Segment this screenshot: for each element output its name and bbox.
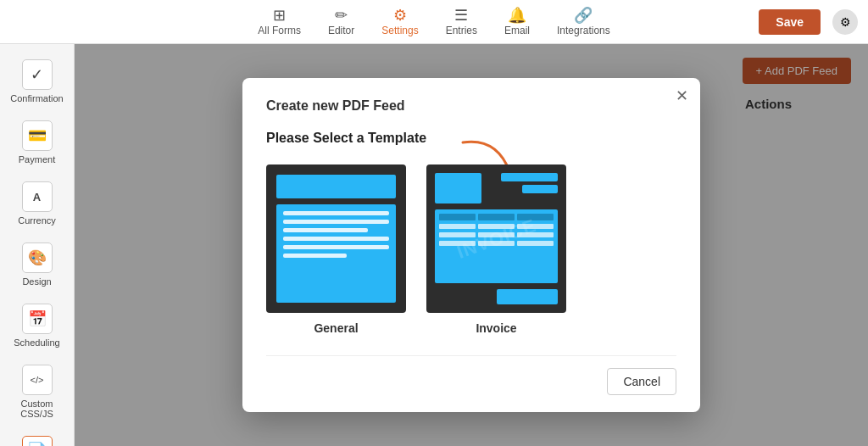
gen-body	[276, 204, 396, 303]
inv-th	[439, 214, 476, 220]
nav-item-integrations[interactable]: 🔗 Integrations	[557, 8, 610, 36]
top-nav: ⊞ All Forms ✏ Editor ⚙ Settings ☰ Entrie…	[0, 0, 868, 44]
gen-line	[283, 220, 389, 224]
sidebar-item-confirmation[interactable]: ✓ Confirmation	[5, 53, 70, 110]
nav-label-integrations: Integrations	[557, 25, 610, 36]
modal-close-button[interactable]: ✕	[676, 88, 688, 103]
settings-icon: ⚙	[393, 8, 407, 23]
sidebar-label-scheduling: Scheduling	[14, 337, 59, 348]
email-icon: 🔔	[508, 8, 526, 23]
nav-label-entries: Entries	[446, 25, 477, 36]
gen-line	[283, 245, 389, 249]
sidebar-item-scheduling[interactable]: 📅 Scheduling	[5, 297, 70, 354]
sidebar-label-currency: Currency	[18, 215, 56, 226]
inv-table-row	[439, 224, 554, 229]
nav-label-all-forms: All Forms	[258, 25, 301, 36]
save-button[interactable]: Save	[759, 9, 821, 35]
custom-css-icon: </>	[22, 365, 53, 395]
inv-td	[439, 232, 476, 237]
inv-table-header	[439, 214, 554, 220]
content-area: + Add PDF Feed Actions ✕ Create new PDF …	[75, 44, 868, 446]
template-preview-general	[266, 164, 406, 313]
inv-td	[517, 224, 554, 229]
inv-table	[435, 209, 558, 283]
inv-td	[517, 232, 554, 237]
sidebar-label-confirmation: Confirmation	[10, 93, 63, 103]
all-forms-icon: ⊞	[273, 8, 286, 23]
nav-items: ⊞ All Forms ✏ Editor ⚙ Settings ☰ Entrie…	[258, 8, 609, 36]
inv-top	[435, 173, 558, 203]
sidebar-label-custom-css: Custom CSS/JS	[10, 399, 64, 419]
pdf-feeds-icon: 📄	[22, 436, 53, 446]
inv-th	[478, 214, 515, 220]
modal-footer: Cancel	[266, 355, 676, 395]
sidebar-item-pdf-feeds[interactable]: 📄 Pdf Feeds	[5, 429, 70, 446]
inv-table-row	[439, 241, 554, 246]
inv-line	[522, 185, 558, 193]
sidebar-label-design: Design	[22, 276, 51, 287]
modal-title: Create new PDF Feed	[266, 98, 676, 114]
inv-td	[478, 224, 515, 229]
nav-item-settings[interactable]: ⚙ Settings	[381, 8, 418, 36]
inv-logo-block	[435, 173, 481, 203]
nav-label-editor: Editor	[328, 25, 354, 36]
design-icon: 🎨	[22, 243, 53, 273]
sidebar-item-currency[interactable]: A Currency	[5, 175, 70, 232]
nav-label-settings: Settings	[381, 25, 418, 36]
gen-line	[283, 237, 389, 241]
nav-options-button[interactable]: ⚙	[832, 9, 858, 35]
template-label-invoice: Invoice	[476, 321, 516, 335]
inv-td	[478, 241, 515, 246]
sidebar-item-payment[interactable]: 💳 Payment	[5, 114, 70, 171]
inv-top-right	[487, 173, 558, 203]
inv-footer	[435, 289, 558, 304]
main-area: ✓ Confirmation 💳 Payment A Currency 🎨 De…	[0, 44, 868, 446]
sidebar: ✓ Confirmation 💳 Payment A Currency 🎨 De…	[0, 44, 75, 446]
sidebar-item-design[interactable]: 🎨 Design	[5, 236, 70, 293]
sidebar-item-custom-css[interactable]: </> Custom CSS/JS	[5, 358, 70, 426]
gen-line	[283, 228, 368, 232]
nav-item-email[interactable]: 🔔 Email	[504, 8, 530, 36]
nav-item-entries[interactable]: ☰ Entries	[446, 8, 477, 36]
entries-icon: ☰	[454, 8, 468, 23]
inv-table-row	[439, 232, 554, 237]
template-card-general[interactable]: General	[266, 164, 406, 335]
nav-item-editor[interactable]: ✏ Editor	[328, 8, 354, 36]
inv-line	[501, 173, 558, 181]
currency-icon: A	[22, 181, 53, 212]
inv-td	[478, 232, 515, 237]
payment-icon: 💳	[22, 120, 53, 151]
template-card-invoice[interactable]: INVOICE Invoice	[426, 164, 566, 335]
inv-td	[439, 241, 476, 246]
template-label-general: General	[314, 321, 358, 335]
scheduling-icon: 📅	[22, 304, 53, 334]
editor-icon: ✏	[335, 8, 348, 23]
inv-td	[517, 241, 554, 246]
gen-header	[276, 175, 396, 198]
inv-td	[439, 224, 476, 229]
confirmation-icon: ✓	[22, 59, 53, 90]
gen-line	[283, 211, 389, 215]
integrations-icon: 🔗	[574, 8, 593, 23]
modal-dialog: ✕ Create new PDF Feed Please Select a Te…	[242, 78, 700, 412]
modal-overlay: ✕ Create new PDF Feed Please Select a Te…	[75, 44, 868, 446]
gen-line	[283, 254, 347, 258]
nav-item-all-forms[interactable]: ⊞ All Forms	[258, 8, 301, 36]
nav-label-email: Email	[504, 25, 530, 36]
cancel-button[interactable]: Cancel	[607, 368, 676, 395]
inv-footer-block	[497, 289, 559, 304]
sidebar-label-payment: Payment	[19, 154, 55, 164]
template-preview-invoice: INVOICE	[426, 164, 566, 313]
template-cards: General	[266, 164, 676, 335]
inv-th	[517, 214, 554, 220]
